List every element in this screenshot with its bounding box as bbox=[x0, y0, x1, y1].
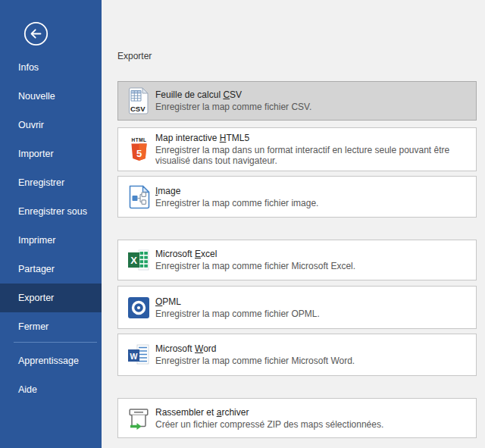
export-option-description: Enregistrer la map comme fichier Microso… bbox=[155, 261, 355, 271]
opml-icon bbox=[127, 297, 151, 318]
sidebar-item-importer[interactable]: Importer bbox=[0, 139, 102, 168]
title-text: PML bbox=[162, 296, 181, 307]
html5-icon: HTML 5 bbox=[127, 136, 151, 162]
accel-letter: C bbox=[223, 89, 230, 100]
back-button[interactable] bbox=[23, 21, 48, 46]
export-option-title: Map interactive HTML5 bbox=[155, 133, 470, 144]
export-option-csv[interactable]: CSV Feuille de calcul CSV Enregistrer la… bbox=[117, 81, 477, 121]
export-option-description: Enregistrer la map dans un format intera… bbox=[155, 145, 470, 166]
archive-box-icon bbox=[127, 407, 151, 430]
svg-text:HTML: HTML bbox=[131, 137, 146, 143]
sidebar-item-apprentissage[interactable]: Apprentissage bbox=[0, 346, 102, 375]
sidebar-item-infos[interactable]: Infos bbox=[0, 53, 102, 82]
export-option-title: Microsoft Word bbox=[155, 343, 355, 355]
csv-spreadsheet-icon: CSV bbox=[127, 87, 151, 115]
title-text: Feuille de calcul bbox=[155, 89, 223, 100]
sidebar-item-enregistrer[interactable]: Enregistrer bbox=[0, 168, 102, 197]
excel-icon: X bbox=[127, 249, 151, 271]
title-text: Microsoft bbox=[155, 343, 195, 354]
export-option-image[interactable]: Image Enregistrer la map comme fichier i… bbox=[117, 176, 477, 218]
image-document-icon bbox=[127, 185, 151, 209]
export-option-title: Rassembler et archiver bbox=[155, 407, 383, 418]
export-option-description: Enregistrer la map comme fichier image. bbox=[155, 198, 318, 208]
back-arrow-icon bbox=[23, 36, 48, 49]
sidebar-item-imprimer[interactable]: Imprimer bbox=[0, 226, 102, 255]
accel-letter: O bbox=[155, 296, 162, 307]
title-text: xcel bbox=[201, 249, 217, 259]
title-text: SV bbox=[230, 89, 242, 100]
sidebar-item-exporter[interactable]: Exporter bbox=[0, 284, 102, 312]
export-option-title: Feuille de calcul CSV bbox=[155, 89, 311, 101]
sidebar-item-nouvelle[interactable]: Nouvelle bbox=[0, 82, 102, 111]
export-option-html5[interactable]: HTML 5 Map interactive HTML5 Enregistrer… bbox=[117, 127, 477, 171]
title-text: ord bbox=[203, 343, 216, 354]
sidebar-nav: Infos Nouvelle Ouvrir Importer Enregistr… bbox=[0, 53, 102, 404]
export-option-excel[interactable]: X Microsoft Excel Enregistrer la map com… bbox=[117, 240, 477, 280]
export-option-description: Enregistrer la map comme fichier CSV. bbox=[155, 102, 311, 112]
word-icon: W bbox=[127, 344, 151, 365]
export-option-description: Enregistrer la map comme fichier OPML. bbox=[155, 309, 320, 319]
export-option-title: OPML bbox=[155, 296, 320, 308]
accel-letter: E bbox=[195, 249, 201, 259]
title-text: Map interactive bbox=[155, 133, 220, 143]
sidebar-item-partager[interactable]: Partager bbox=[0, 255, 102, 284]
svg-text:X: X bbox=[130, 255, 137, 266]
export-option-description: Créer un fichier compressé ZIP des maps … bbox=[155, 419, 383, 430]
title-text: mage bbox=[158, 186, 180, 196]
backstage-export-view: Infos Nouvelle Ouvrir Importer Enregistr… bbox=[0, 0, 485, 448]
sidebar: Infos Nouvelle Ouvrir Importer Enregistr… bbox=[0, 0, 102, 448]
accel-letter: W bbox=[195, 343, 203, 354]
title-text: rchiver bbox=[221, 407, 249, 418]
sidebar-item-enregistrer-sous[interactable]: Enregistrer sous bbox=[0, 197, 102, 226]
svg-text:CSV: CSV bbox=[130, 105, 146, 113]
sidebar-divider bbox=[14, 342, 97, 343]
export-option-description: Enregistrer la map comme fichier Microso… bbox=[155, 356, 355, 366]
title-text: Microsoft bbox=[155, 249, 195, 259]
export-option-title: Image bbox=[155, 186, 318, 197]
page-title: Exporter bbox=[117, 51, 477, 61]
export-option-opml[interactable]: OPML Enregistrer la map comme fichier OP… bbox=[117, 286, 477, 329]
sidebar-item-ouvrir[interactable]: Ouvrir bbox=[0, 111, 102, 139]
sidebar-item-aide[interactable]: Aide bbox=[0, 375, 102, 404]
export-option-word[interactable]: W Microsoft Word Enregistrer la map comm… bbox=[117, 334, 477, 376]
title-text: Rassembler et bbox=[155, 407, 217, 418]
export-panel: Exporter CSV Feuille de calcul CSV Enreg… bbox=[117, 0, 477, 438]
svg-text:5: 5 bbox=[136, 148, 141, 159]
export-option-title: Microsoft Excel bbox=[155, 249, 355, 260]
svg-text:W: W bbox=[130, 352, 138, 361]
title-text: TML5 bbox=[226, 133, 249, 143]
sidebar-item-fermer[interactable]: Fermer bbox=[0, 312, 102, 341]
export-option-archive[interactable]: Rassembler et archiver Créer un fichier … bbox=[117, 398, 477, 438]
